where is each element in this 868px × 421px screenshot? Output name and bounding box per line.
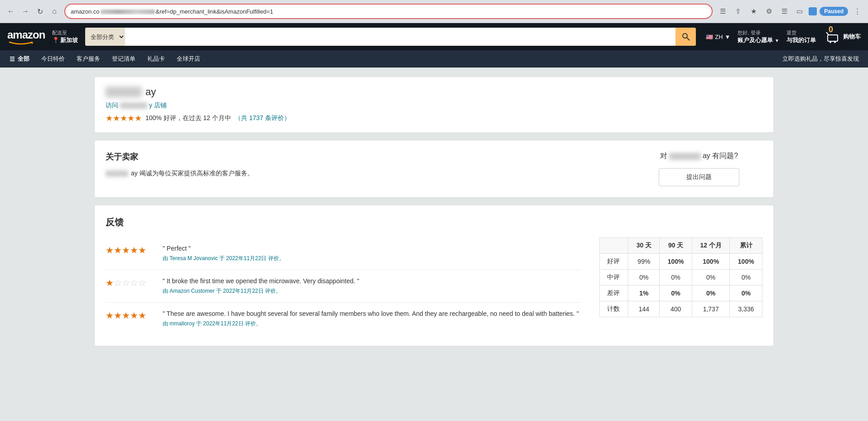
stats-positive-90: 100% bbox=[660, 254, 692, 270]
extensions-button[interactable]: ⚙ bbox=[762, 5, 775, 18]
amazon-logo[interactable]: amazon bbox=[7, 29, 45, 45]
amazon-nav: ☰ 全部 今日特价 客户服务 登记清单 礼品卡 全球开店 立即选购礼品，尽享惊喜… bbox=[0, 50, 868, 68]
seller-name-card: ay 访问 y 店铺 ★★★★★ 100% 好评，在过去 12 个月中 （共 1… bbox=[94, 77, 774, 133]
about-left-section: 关于卖家 ay 竭诚为每位买家提供高标准的客户服务。 bbox=[106, 151, 617, 186]
stats-table: 30 天 90 天 12 个月 累计 好评 99% 100% 1 bbox=[599, 237, 762, 317]
amazon-header: amazon 配送至 📍 新加坡 全部分类 🇺🇸 ZH ▼ bbox=[0, 23, 868, 50]
review-1-stars: ★★★★★ bbox=[106, 245, 155, 256]
logo-text: amazon bbox=[7, 29, 45, 41]
returns-main-text: 与我的订单 bbox=[786, 36, 816, 44]
stats-label-negative: 差评 bbox=[600, 286, 628, 301]
url-text: amazon.co&ref=dp_merchant_link&isAmazonF… bbox=[71, 8, 706, 15]
rating-percent: 100% 好评，在过去 12 个月中 bbox=[145, 114, 231, 122]
home-button[interactable]: ⌂ bbox=[48, 5, 61, 18]
nav-item-registry[interactable]: 登记清单 bbox=[107, 51, 140, 67]
reader-view-button[interactable]: ☰ bbox=[716, 5, 729, 18]
hamburger-menu[interactable]: ☰ 全部 bbox=[5, 51, 34, 67]
page-body: ay 访问 y 店铺 ★★★★★ 100% 好评，在过去 12 个月中 （共 1… bbox=[0, 68, 868, 355]
stats-row-count: 计数 144 400 1,737 3,336 bbox=[600, 301, 762, 317]
search-bar: 全部分类 bbox=[85, 28, 696, 46]
sidebar-button[interactable]: ☰ bbox=[778, 5, 791, 18]
feedback-row: ★★★★★ " These are awesome. I have bought… bbox=[106, 303, 581, 335]
svg-line-2 bbox=[687, 38, 690, 40]
paused-badge[interactable]: Paused bbox=[820, 7, 848, 16]
cart-section[interactable]: 0 购物车 bbox=[823, 29, 861, 45]
ask-question-button[interactable]: 提出问题 bbox=[659, 168, 739, 186]
seller-name-row: ay bbox=[106, 86, 762, 98]
stats-count-total: 3,336 bbox=[730, 301, 762, 317]
search-button[interactable] bbox=[675, 28, 696, 46]
cart-count: 0 bbox=[829, 25, 833, 34]
stats-label-count: 计数 bbox=[600, 301, 628, 317]
stats-header-4: 累计 bbox=[730, 238, 762, 254]
category-select[interactable]: 全部分类 bbox=[85, 28, 125, 46]
bookmark-button[interactable]: ★ bbox=[747, 5, 760, 18]
store-name-blurred bbox=[120, 102, 147, 109]
feedback-card: 反馈 ★★★★★ " Perfect " 由 Teresa M Jovanovi… bbox=[94, 205, 774, 346]
review-2-content: " It broke the first time we opened the … bbox=[163, 277, 581, 295]
header-right: 🇺🇸 ZH ▼ 您好, 登录 账户及心愿单 ▼ 退货 与我的订单 bbox=[706, 29, 861, 45]
svg-point-1 bbox=[683, 34, 687, 38]
review-3-content: " These are awesome. I have bought sever… bbox=[163, 310, 581, 328]
menu-button[interactable]: ⋮ bbox=[851, 5, 863, 18]
review-1-content: " Perfect " 由 Teresa M Jovanovic 于 2022年… bbox=[163, 245, 581, 262]
about-title: 关于卖家 bbox=[106, 151, 617, 162]
location-icon: 📍 bbox=[52, 37, 59, 44]
svg-point-5 bbox=[834, 41, 836, 43]
review-3-stars: ★★★★★ bbox=[106, 310, 155, 321]
back-button[interactable]: ← bbox=[5, 5, 17, 18]
feedback-row: ★★★★★ " Perfect " 由 Teresa M Jovanovic 于… bbox=[106, 237, 581, 270]
nav-promo[interactable]: 立即选购礼品，尽享惊喜发现 bbox=[778, 51, 863, 67]
account-section[interactable]: 您好, 登录 账户及心愿单 ▼ bbox=[738, 29, 779, 44]
review-2-attribution: 由 Amazon Customer 于 2022年11月22日 评价。 bbox=[163, 287, 581, 295]
nav-item-giftcard[interactable]: 礼品卡 bbox=[142, 51, 170, 67]
review-2-quote: " It broke the first time we opened the … bbox=[163, 277, 581, 285]
address-bar[interactable]: amazon.co&ref=dp_merchant_link&isAmazonF… bbox=[64, 4, 713, 19]
flag-icon: 🇺🇸 bbox=[706, 34, 713, 40]
stats-negative-12m: 0% bbox=[692, 286, 730, 301]
search-input[interactable] bbox=[125, 28, 675, 46]
nav-item-global[interactable]: 全球开店 bbox=[172, 51, 205, 67]
stats-header-1: 30 天 bbox=[628, 238, 660, 254]
stats-count-90: 400 bbox=[660, 301, 692, 317]
search-icon bbox=[681, 32, 690, 41]
seller-name-blurred bbox=[106, 87, 142, 97]
browser-chrome: ← → ↻ ⌂ amazon.co&ref=dp_merchant_link&i… bbox=[0, 0, 868, 23]
seller-stars: ★★★★★ bbox=[106, 113, 142, 123]
visit-store-link[interactable]: 访问 y 店铺 bbox=[106, 102, 762, 110]
browser-actions: ☰ ⇧ ★ ⚙ ☰ ▭ Paused ⋮ bbox=[716, 5, 863, 18]
delivery-label: 配送至 bbox=[52, 29, 78, 36]
browser-nav-buttons: ← → ↻ ⌂ bbox=[5, 5, 61, 18]
review-2-stars: ★☆☆☆☆ bbox=[106, 277, 155, 288]
stats-negative-90: 0% bbox=[660, 286, 692, 301]
nav-item-deals[interactable]: 今日特价 bbox=[36, 51, 70, 67]
question-title: 对 ay 有问题? bbox=[660, 151, 738, 161]
stats-positive-30: 99% bbox=[628, 254, 660, 270]
rating-row: ★★★★★ 100% 好评，在过去 12 个月中 （共 1737 条评价） bbox=[106, 113, 762, 123]
reload-button[interactable]: ↻ bbox=[34, 5, 46, 18]
forward-button[interactable]: → bbox=[19, 5, 32, 18]
stats-row-neutral: 中评 0% 0% 0% 0% bbox=[600, 270, 762, 286]
stats-positive-12m: 100% bbox=[692, 254, 730, 270]
main-container: ay 访问 y 店铺 ★★★★★ 100% 好评，在过去 12 个月中 （共 1… bbox=[94, 77, 774, 346]
rating-count-link[interactable]: （共 1737 条评价） bbox=[235, 114, 290, 122]
question-name-blurred bbox=[669, 153, 701, 160]
share-button[interactable]: ⇧ bbox=[732, 5, 744, 18]
stats-header-0 bbox=[600, 238, 628, 254]
stats-neutral-30: 0% bbox=[628, 270, 660, 286]
stats-neutral-total: 0% bbox=[730, 270, 762, 286]
delivery-info[interactable]: 配送至 📍 新加坡 bbox=[52, 29, 78, 44]
stats-negative-30: 1% bbox=[628, 286, 660, 301]
stats-neutral-90: 0% bbox=[660, 270, 692, 286]
svg-rect-3 bbox=[828, 35, 838, 41]
returns-section[interactable]: 退货 与我的订单 bbox=[786, 29, 816, 44]
stats-label-neutral: 中评 bbox=[600, 270, 628, 286]
review-1-quote: " Perfect " bbox=[163, 245, 581, 252]
nav-item-service[interactable]: 客户服务 bbox=[72, 51, 105, 67]
stats-negative-total: 0% bbox=[730, 286, 762, 301]
split-view-button[interactable]: ▭ bbox=[793, 5, 806, 18]
review-3-attribution: 由 mmalloroy 于 2022年11月22日 评价。 bbox=[163, 320, 581, 328]
stats-container: 30 天 90 天 12 个月 累计 好评 99% 100% 1 bbox=[599, 237, 762, 335]
url-pixel-blur bbox=[101, 10, 155, 14]
language-selector[interactable]: 🇺🇸 ZH ▼ bbox=[706, 34, 730, 40]
